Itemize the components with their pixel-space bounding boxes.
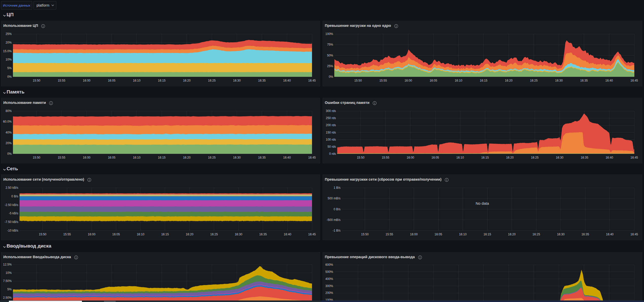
svg-text:15:55: 15:55 xyxy=(385,233,393,236)
svg-text:16:20: 16:20 xyxy=(186,233,193,236)
svg-text:16:30: 16:30 xyxy=(556,156,563,159)
svg-text:15:55: 15:55 xyxy=(381,156,389,159)
svg-text:250 rds: 250 rds xyxy=(326,116,336,120)
svg-text:16:25: 16:25 xyxy=(210,233,218,236)
svg-text:-2.50 kB/s: -2.50 kB/s xyxy=(5,203,18,207)
svg-text:-7.50 kB/s: -7.50 kB/s xyxy=(5,220,18,224)
svg-text:16:40: 16:40 xyxy=(283,79,291,82)
svg-text:16:05: 16:05 xyxy=(108,79,115,82)
svg-text:16:30: 16:30 xyxy=(555,79,563,82)
svg-text:12.5%: 12.5% xyxy=(3,263,12,266)
svg-text:16:20: 16:20 xyxy=(508,233,515,236)
svg-text:16:20: 16:20 xyxy=(183,79,190,82)
svg-text:150 rds: 150 rds xyxy=(326,131,336,134)
svg-text:16:00: 16:00 xyxy=(404,79,412,82)
svg-text:15:50: 15:50 xyxy=(39,233,46,236)
svg-text:16:35: 16:35 xyxy=(581,233,589,236)
svg-text:5%: 5% xyxy=(7,288,12,291)
svg-text:25%: 25% xyxy=(6,32,12,36)
svg-text:500 mB/s: 500 mB/s xyxy=(327,197,340,200)
svg-text:16:25: 16:25 xyxy=(208,79,216,82)
svg-text:16:10: 16:10 xyxy=(133,79,141,82)
svg-text:16:00: 16:00 xyxy=(410,233,417,236)
svg-text:16:35: 16:35 xyxy=(258,156,266,159)
svg-text:16:10: 16:10 xyxy=(133,156,141,159)
svg-text:2.50%: 2.50% xyxy=(3,296,12,299)
svg-text:600%: 600% xyxy=(325,263,333,267)
svg-text:16:25: 16:25 xyxy=(532,233,540,236)
svg-text:15:50: 15:50 xyxy=(33,156,40,159)
svg-text:2.50 kB/s: 2.50 kB/s xyxy=(6,186,18,190)
svg-text:16:00: 16:00 xyxy=(83,79,90,82)
svg-text:16:15: 16:15 xyxy=(483,233,491,236)
svg-text:16:20: 16:20 xyxy=(505,79,512,82)
svg-text:300 rds: 300 rds xyxy=(326,109,336,113)
svg-text:-5 kB/s: -5 kB/s xyxy=(9,212,18,215)
svg-text:10%: 10% xyxy=(6,271,12,275)
svg-text:16:15: 16:15 xyxy=(158,156,166,159)
svg-text:16:00: 16:00 xyxy=(406,156,414,159)
svg-text:50%: 50% xyxy=(327,54,333,57)
svg-text:15:55: 15:55 xyxy=(63,233,71,236)
svg-text:16:35: 16:35 xyxy=(258,79,266,82)
svg-text:16:25: 16:25 xyxy=(531,156,538,159)
svg-text:100%: 100% xyxy=(325,32,333,36)
svg-text:7.50%: 7.50% xyxy=(3,279,12,283)
svg-text:16:40: 16:40 xyxy=(605,79,613,82)
svg-text:16:20: 16:20 xyxy=(183,156,190,159)
svg-text:500%: 500% xyxy=(325,270,333,274)
svg-text:16:20: 16:20 xyxy=(506,156,514,159)
svg-text:16:15: 16:15 xyxy=(481,156,489,159)
svg-text:16:00: 16:00 xyxy=(88,233,95,236)
svg-text:15:55: 15:55 xyxy=(58,156,65,159)
svg-text:15:55: 15:55 xyxy=(58,79,65,82)
svg-text:75%: 75% xyxy=(327,43,333,46)
svg-text:16:10: 16:10 xyxy=(459,233,466,236)
svg-text:60.0%: 60.0% xyxy=(3,120,12,123)
svg-text:0%: 0% xyxy=(7,75,12,79)
svg-text:16:45: 16:45 xyxy=(308,156,316,159)
svg-text:16:35: 16:35 xyxy=(581,156,588,159)
svg-text:16:40: 16:40 xyxy=(605,156,613,159)
svg-text:15:55: 15:55 xyxy=(379,79,387,82)
svg-text:16:05: 16:05 xyxy=(108,156,115,159)
svg-text:16:05: 16:05 xyxy=(429,79,437,82)
svg-text:300%: 300% xyxy=(325,284,333,288)
svg-text:0%: 0% xyxy=(329,75,333,79)
svg-text:16:25: 16:25 xyxy=(530,79,537,82)
svg-text:16:05: 16:05 xyxy=(431,156,439,159)
svg-text:15:50: 15:50 xyxy=(354,79,362,82)
svg-text:100 rds: 100 rds xyxy=(326,138,336,141)
svg-text:16:30: 16:30 xyxy=(233,79,241,82)
svg-text:0 B/s: 0 B/s xyxy=(334,207,340,211)
svg-text:16:30: 16:30 xyxy=(235,233,242,236)
svg-text:-500 mB/s: -500 mB/s xyxy=(326,218,340,222)
svg-text:16:05: 16:05 xyxy=(112,233,120,236)
svg-text:16:15: 16:15 xyxy=(161,233,169,236)
svg-text:16:35: 16:35 xyxy=(580,79,588,82)
svg-text:15.0%: 15.0% xyxy=(3,49,12,53)
svg-text:0%: 0% xyxy=(7,152,12,156)
svg-text:16:40: 16:40 xyxy=(284,233,291,236)
svg-text:20%: 20% xyxy=(6,141,12,145)
svg-text:16:00: 16:00 xyxy=(83,156,90,159)
svg-text:16:30: 16:30 xyxy=(233,156,241,159)
svg-text:-1 B/s: -1 B/s xyxy=(333,229,340,232)
svg-text:16:35: 16:35 xyxy=(259,233,267,236)
svg-text:400%: 400% xyxy=(325,277,333,281)
svg-text:16:15: 16:15 xyxy=(158,79,166,82)
svg-text:16:45: 16:45 xyxy=(630,79,638,82)
svg-text:16:15: 16:15 xyxy=(480,79,487,82)
svg-text:1 B/s: 1 B/s xyxy=(334,186,340,190)
svg-text:15:50: 15:50 xyxy=(33,79,40,82)
svg-text:-10 kB/s: -10 kB/s xyxy=(7,229,18,232)
svg-text:0 rds: 0 rds xyxy=(329,152,336,156)
svg-text:10%: 10% xyxy=(6,58,12,61)
svg-text:16:40: 16:40 xyxy=(606,233,613,236)
svg-text:15:50: 15:50 xyxy=(357,156,364,159)
svg-text:15:50: 15:50 xyxy=(361,233,369,236)
svg-text:16:30: 16:30 xyxy=(557,233,564,236)
svg-text:16:45: 16:45 xyxy=(630,156,638,159)
svg-text:16:45: 16:45 xyxy=(308,79,316,82)
svg-text:16:10: 16:10 xyxy=(455,79,462,82)
